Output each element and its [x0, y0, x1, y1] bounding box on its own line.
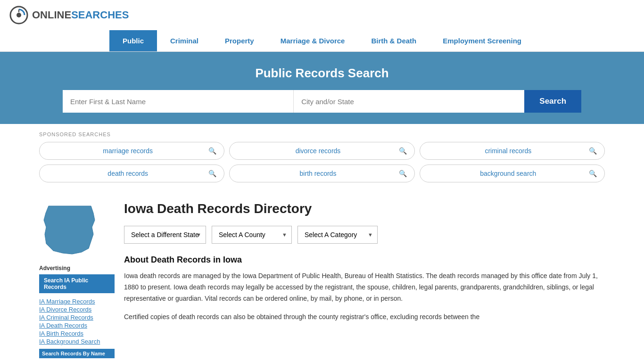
logo-icon — [9, 6, 28, 25]
county-dropdown[interactable]: Select A County — [212, 226, 292, 244]
sidebar-link-death[interactable]: IA Death Records — [39, 322, 115, 329]
page-title: Iowa Death Records Directory — [124, 201, 605, 216]
sidebar: Advertising Search IA Public Records IA … — [39, 201, 115, 362]
sidebar-links: IA Marriage Records IA Divorce Records I… — [39, 298, 115, 345]
main-layout: Advertising Search IA Public Records IA … — [30, 192, 614, 362]
sponsored-link-criminal[interactable]: criminal records — [428, 147, 589, 155]
search-icon-criminal: 🔍 — [589, 147, 597, 155]
search-icon-background: 🔍 — [589, 170, 597, 177]
about-text-1: Iowa death records are managed by the Io… — [124, 271, 605, 304]
nav-birth-death[interactable]: Birth & Death — [358, 30, 429, 51]
sidebar-link-background[interactable]: IA Background Search — [39, 338, 115, 345]
sponsored-link-birth[interactable]: birth records — [237, 170, 398, 177]
dropdowns-row: Select a Different State Select A County… — [124, 226, 605, 244]
sidebar-search-btn[interactable]: Search IA Public Records — [39, 274, 115, 293]
county-dropdown-wrapper: Select A County — [212, 226, 292, 244]
sidebar-link-birth[interactable]: IA Birth Records — [39, 330, 115, 337]
nav-employment[interactable]: Employment Screening — [429, 30, 535, 51]
content-area: Iowa Death Records Directory Select a Di… — [124, 201, 605, 362]
nav-property[interactable]: Property — [212, 30, 267, 51]
sidebar-bottom-label: Search Records By Name — [39, 349, 115, 358]
category-dropdown-wrapper: Select A Category — [297, 226, 378, 244]
search-icon-divorce: 🔍 — [399, 147, 407, 155]
location-input[interactable] — [294, 90, 524, 113]
sponsored-background[interactable]: background search 🔍 — [420, 165, 605, 182]
sponsored-link-death[interactable]: death records — [47, 170, 208, 177]
logo-text: ONLINESEARCHES — [32, 9, 129, 21]
sidebar-link-marriage[interactable]: IA Marriage Records — [39, 298, 115, 305]
sponsored-death[interactable]: death records 🔍 — [39, 165, 224, 182]
sidebar-link-divorce[interactable]: IA Divorce Records — [39, 306, 115, 313]
sponsored-link-divorce[interactable]: divorce records — [237, 147, 398, 155]
svg-point-1 — [17, 13, 21, 17]
sponsored-birth[interactable]: birth records 🔍 — [229, 165, 414, 182]
about-text-2: Certified copies of death records can al… — [124, 312, 605, 323]
nav-public[interactable]: Public — [109, 30, 157, 51]
sponsored-link-background[interactable]: background search — [428, 170, 589, 177]
search-bar: Search — [63, 90, 581, 113]
state-map-iowa — [39, 201, 100, 258]
sponsored-divorce[interactable]: divorce records 🔍 — [229, 142, 414, 160]
sidebar-link-criminal[interactable]: IA Criminal Records — [39, 314, 115, 321]
sponsored-grid: marriage records 🔍 divorce records 🔍 cri… — [39, 142, 605, 182]
sponsored-label: SPONSORED SEARCHES — [39, 132, 605, 137]
state-dropdown-wrapper: Select a Different State — [124, 226, 206, 244]
nav: Public Criminal Property Marriage & Divo… — [0, 30, 644, 52]
search-icon-birth: 🔍 — [399, 170, 407, 177]
category-dropdown[interactable]: Select A Category — [297, 226, 378, 244]
name-input[interactable] — [63, 90, 294, 113]
state-dropdown[interactable]: Select a Different State — [124, 226, 206, 244]
hero-section: Public Records Search Search — [0, 52, 644, 124]
logo-online: ONLINE — [32, 9, 71, 21]
sponsored-section: SPONSORED SEARCHES marriage records 🔍 di… — [30, 124, 614, 192]
hero-title: Public Records Search — [9, 66, 635, 81]
sponsored-criminal[interactable]: criminal records 🔍 — [420, 142, 605, 160]
search-button[interactable]: Search — [524, 90, 581, 113]
page-wrapper: ONLINESEARCHES Public Criminal Property … — [0, 0, 644, 362]
header: ONLINESEARCHES — [0, 0, 644, 30]
nav-marriage-divorce[interactable]: Marriage & Divorce — [267, 30, 358, 51]
search-icon-marriage: 🔍 — [208, 147, 216, 155]
sponsored-marriage[interactable]: marriage records 🔍 — [39, 142, 224, 160]
sidebar-ad-label: Advertising — [39, 265, 115, 272]
about-heading: About Death Records in Iowa — [124, 255, 605, 265]
search-icon-death: 🔍 — [208, 170, 216, 177]
logo-searches: SEARCHES — [71, 9, 129, 21]
sponsored-link-marriage[interactable]: marriage records — [47, 147, 208, 155]
hero: Public Records Search Search — [0, 52, 644, 124]
nav-criminal[interactable]: Criminal — [157, 30, 212, 51]
svg-marker-3 — [44, 206, 95, 254]
logo: ONLINESEARCHES — [9, 6, 129, 25]
